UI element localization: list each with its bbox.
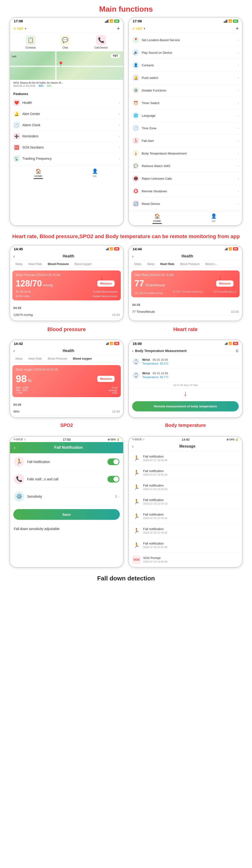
tab-hr-spo2[interactable]: Heart Rate — [26, 355, 45, 363]
menu-timer[interactable]: ⏰ Timer Switch › — [129, 97, 242, 109]
battery-badge: 99 — [114, 247, 119, 250]
menu-sound[interactable]: 🔊 Play Sound on Device › — [129, 46, 242, 59]
chevron-right-icon: › — [238, 177, 239, 180]
msg-item-8[interactable]: SOS SOS Prompt 2020-07-16 14:04:48 — [129, 553, 242, 567]
call-device-action[interactable]: 📞 Call Device — [94, 35, 108, 49]
fall-notification-toggle[interactable] — [107, 459, 119, 465]
chevron-right-icon: › — [119, 134, 120, 138]
remote-measure-button[interactable]: Remote measurement of body temperature — [132, 401, 239, 411]
back-arrow-msg[interactable]: ‹ — [132, 444, 134, 449]
tab-blood-oxygen[interactable]: Blood oxygen — [71, 260, 95, 268]
tab-heart-rate[interactable]: Heart Rate — [26, 260, 45, 268]
measure-button-spo2[interactable]: Measure — [97, 376, 115, 382]
tab-bp-spo2[interactable]: Blood Pressure — [45, 355, 70, 363]
falls-call-toggle[interactable] — [107, 476, 119, 483]
contacts-action[interactable]: 📋 Contacts — [26, 35, 36, 49]
battery-badge: 66 — [233, 20, 238, 23]
back-arrow-icon[interactable]: ‹ — [13, 348, 15, 353]
chat-action[interactable]: 💬 Chat — [60, 35, 70, 49]
tab-blood-pressure[interactable]: Blood Pressure — [45, 260, 72, 268]
bt-content-1: Wrist 05-15 15:00 Temperature: 36.5°C — [142, 358, 239, 365]
msg-item-2[interactable]: 🏃 Fall notification 2020-07-27 10:45:33 — [129, 466, 242, 480]
menu-body-temp[interactable]: 🌡️ Body Temperature Measurement › — [129, 147, 242, 160]
chevron-down-icon: ▼ — [144, 27, 146, 30]
bt-phone: 15:00 📶 99 ‹ Body Temperature Measuremen… — [128, 340, 243, 418]
bt-temp-1: Temperature: 36.5°C — [142, 362, 239, 365]
nav-home-right[interactable]: 🏠 HOME — [129, 211, 185, 225]
msg-item-6[interactable]: 🏃 Fall notification 2020-07-25 21:45:02 — [129, 524, 242, 538]
device-name-left[interactable]: ⚠ Y6T ▼ — [13, 27, 27, 31]
back-arrow-icon[interactable]: ‹ — [132, 254, 134, 259]
language-icon: 🌐 — [132, 112, 139, 119]
msg-item-4[interactable]: 🏃 Fall notification 2020-07-25 21:47:19 — [129, 495, 242, 509]
save-button[interactable]: Save — [13, 509, 120, 520]
tab-spo2-active[interactable]: Blood oxygen — [70, 355, 95, 363]
menu-timezone[interactable]: 🕐 Time Zone › — [129, 122, 242, 134]
feature-reminders[interactable]: ➕ Reminders › — [10, 131, 123, 142]
feature-alarm[interactable]: 🕐 Alarm Clock › — [10, 120, 123, 131]
bt-item-1: ⌚ Wrist 05-15 15:00 Temperature: 36.5°C — [129, 355, 242, 369]
feature-health[interactable]: ❤️ Health › — [10, 97, 123, 108]
menu-retrieve-sms[interactable]: 💬 Retrieve Watch SMS › — [129, 160, 242, 172]
feature-sos[interactable]: 🆘 SOS Numbers › — [10, 142, 123, 153]
bp-range-diastolic: 60-89 mmHg — [16, 295, 30, 298]
msg-time-2: 2020-07-27 10:45:33 — [143, 473, 167, 476]
tab-sleep[interactable]: Sleep — [144, 260, 157, 268]
tab-blood-o[interactable]: Blood o... — [202, 260, 220, 268]
tab-sleep-spo2[interactable]: Sleep — [12, 355, 26, 363]
spo2-label: SPO2 — [9, 421, 124, 431]
add-button[interactable]: + — [117, 25, 120, 32]
add-button-right[interactable]: + — [235, 25, 239, 32]
menu-body-temp-label: Body Temperature Measurement — [142, 152, 187, 155]
menu-location[interactable]: 📍 Set Location-Based Service › — [129, 34, 242, 46]
spo2-time: 14:42 — [14, 342, 23, 346]
status-right-icons: ⊕ 56% 🔋 — [108, 438, 120, 441]
nav-me[interactable]: 👤 ME — [67, 166, 123, 180]
fall-msg-icon-7: 🏃 — [132, 541, 141, 550]
msg-item-3[interactable]: 🏃 Fall notification 2020-07-25 22:23:28 — [129, 480, 242, 495]
tab-heart-rate-active[interactable]: Heart Rate — [157, 260, 177, 268]
up-to-30-label: Up to 30 days of data — [129, 382, 242, 388]
sensitivity-label: Sensitivity — [27, 495, 42, 498]
back-arrow-icon[interactable]: ‹ — [132, 348, 134, 353]
feature-alert[interactable]: 🔔 Alert Center › — [10, 108, 123, 120]
fall-back-icon[interactable]: ‹ — [14, 445, 15, 451]
right-bottom-nav: 🏠 HOME 👤 ME — [129, 211, 242, 225]
bp-tabs: Sleep Heart Rate Blood Pressure Blood ox… — [10, 260, 123, 268]
menu-reject-calls[interactable]: 📵 Reject Unknown Calls › — [129, 172, 242, 185]
device-label-right: Y6T — [136, 27, 143, 31]
fall-row: 中国联通 ☆ 17:50 ⊕ 56% 🔋 ‹ Fall Notification… — [0, 434, 252, 570]
menu-reset-device[interactable]: 🔄 Reset Device › — [129, 197, 242, 210]
left-status-icons: 📶 66 — [105, 19, 119, 23]
map-area[interactable]: 📍 Y6T hali — [10, 51, 123, 80]
location-icon: 📍 — [132, 36, 139, 43]
map-background: 📍 Y6T hali — [10, 51, 123, 80]
menu-disable[interactable]: ⚙️ Disable Functions › — [129, 84, 242, 97]
feature-tracking[interactable]: 📡 Tracking Frequency › — [10, 153, 123, 164]
msg-item-1[interactable]: 🏃 Fall notification 2020-07-27 16:32:46 — [129, 451, 242, 466]
msg-item-7[interactable]: 🏃 Fall notification 2020-07-25 20:47:40 — [129, 538, 242, 553]
menu-push-switch[interactable]: 🔔 Push switch › — [129, 71, 242, 84]
menu-fall-alert[interactable]: 🏃 Fall Alert › — [129, 134, 242, 147]
spo2-history: 04-29 98% 15:34 — [10, 400, 123, 417]
nav-home-label-right: HOME — [153, 220, 161, 222]
back-arrow-icon[interactable]: ‹ — [13, 254, 15, 259]
device-name-right[interactable]: ⚠ Y6T ▼ — [132, 27, 146, 31]
menu-remote-shutdown[interactable]: ⭕ Remote Shutdown › — [129, 185, 242, 197]
settings-icon[interactable]: ⚙ — [235, 349, 239, 353]
battery-badge: 66 — [114, 20, 119, 23]
msg-item-5[interactable]: 🏃 Fall notification 2020-07-25 21:45:42 — [129, 509, 242, 524]
tab-sleep[interactable]: Sleep — [12, 260, 26, 268]
nav-home[interactable]: 🏠 HOME — [10, 166, 67, 180]
features-section: Features ❤️ Health › 🔔 Alert Center › 🕐 … — [10, 89, 123, 166]
nav-me-right[interactable]: 👤 ME — [185, 211, 242, 225]
menu-language[interactable]: 🌐 Language › — [129, 109, 242, 122]
fall-msg-icon-1: 🏃 — [132, 454, 141, 463]
hr-range-normal-label: Normal — [195, 290, 202, 294]
menu-contacts[interactable]: 👤 Contacts › — [129, 59, 242, 71]
fall-msg-icon-3: 🏃 — [132, 483, 141, 492]
feature-tracking-label: Tracking Frequency — [22, 157, 52, 160]
bt-label: Body temperature — [128, 421, 243, 431]
tab-steps[interactable]: Steps — [131, 260, 144, 268]
tab-bp[interactable]: Blood Pressure — [177, 260, 202, 268]
